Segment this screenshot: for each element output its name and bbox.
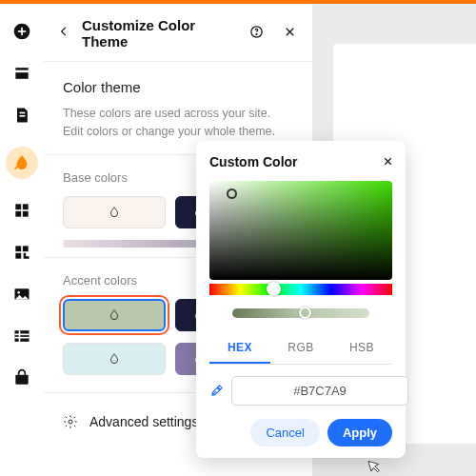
svg-rect-9: [15, 211, 21, 217]
hue-slider[interactable]: [209, 284, 392, 295]
svg-rect-17: [15, 330, 30, 333]
svg-rect-21: [15, 375, 28, 385]
popup-actions: Cancel Apply: [209, 419, 392, 446]
theme-icon[interactable]: [6, 147, 38, 179]
svg-rect-13: [15, 253, 21, 259]
svg-rect-2: [18, 30, 26, 32]
tab-hsb[interactable]: HSB: [331, 333, 392, 364]
table-icon[interactable]: [11, 326, 32, 347]
hue-thumb[interactable]: [267, 282, 281, 296]
store-icon[interactable]: [11, 367, 32, 388]
sections-icon[interactable]: [11, 63, 32, 84]
sv-thumb[interactable]: [227, 188, 237, 199]
apps-icon[interactable]: [11, 200, 32, 221]
puzzle-icon[interactable]: [11, 242, 32, 263]
svg-rect-7: [15, 204, 21, 209]
color-picker-popup: Custom Color HEX RGB HSB Cancel Apply: [196, 141, 406, 458]
svg-rect-4: [15, 72, 28, 79]
eyedropper-icon[interactable]: [209, 381, 224, 402]
accent-color-3[interactable]: [63, 343, 166, 375]
svg-rect-12: [23, 246, 29, 251]
theme-intro: Color theme These colors are used across…: [44, 62, 312, 149]
help-icon[interactable]: [249, 25, 264, 43]
page-icon[interactable]: [11, 105, 32, 126]
add-icon[interactable]: [11, 21, 32, 42]
close-icon[interactable]: [382, 154, 394, 171]
base-color-1[interactable]: [63, 196, 166, 228]
format-tabs: HEX RGB HSB: [209, 333, 392, 365]
panel-header: Customize Color Theme: [44, 4, 312, 62]
svg-rect-8: [23, 204, 29, 209]
section-description: These colors are used across your site. …: [63, 105, 293, 141]
svg-rect-10: [23, 211, 29, 217]
panel-title: Customize Color Theme: [82, 17, 230, 50]
shade-thumb[interactable]: [299, 307, 311, 319]
popup-title: Custom Color: [209, 154, 392, 169]
hex-input[interactable]: [231, 376, 408, 406]
hex-input-row: [209, 376, 392, 406]
left-rail: [0, 4, 44, 476]
svg-point-15: [17, 291, 20, 294]
svg-rect-11: [15, 246, 21, 251]
accent-color-1[interactable]: [63, 299, 166, 331]
svg-rect-3: [15, 68, 28, 70]
back-icon[interactable]: [57, 25, 70, 42]
svg-rect-5: [20, 115, 26, 117]
tab-hex[interactable]: HEX: [209, 333, 270, 364]
advanced-label: Advanced settings: [89, 414, 198, 429]
close-panel-icon[interactable]: [283, 25, 297, 43]
svg-point-23: [256, 33, 257, 34]
tab-rgb[interactable]: RGB: [270, 333, 331, 364]
gear-icon: [63, 414, 78, 429]
svg-point-24: [69, 420, 72, 424]
cancel-button[interactable]: Cancel: [250, 419, 319, 446]
svg-rect-6: [20, 112, 26, 114]
section-title: Color theme: [63, 79, 293, 95]
shade-slider[interactable]: [232, 308, 369, 318]
media-icon[interactable]: [11, 284, 32, 305]
apply-button[interactable]: Apply: [327, 419, 392, 446]
saturation-value-area[interactable]: [209, 181, 392, 280]
